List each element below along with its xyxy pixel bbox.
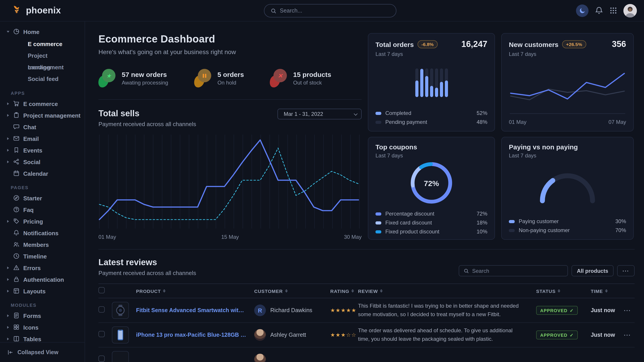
sidebar-subitem-project-management[interactable]: Project management	[0, 50, 84, 62]
brand[interactable]: phoenix	[12, 4, 61, 17]
total-orders-legend: Completed52%Pending payment48%	[376, 107, 487, 125]
sidebar-item-notifications[interactable]: Notifications	[0, 227, 84, 239]
new-customers-card: New customers +26.5% 356 Last 7 days 01 …	[501, 33, 634, 131]
sidebar-item-email[interactable]: Email	[0, 133, 84, 144]
sidebar-item-members[interactable]: Members	[0, 239, 84, 250]
column-header-product[interactable]: PRODUCT	[136, 288, 254, 294]
caret-right-icon	[7, 278, 9, 281]
section-divider	[98, 249, 634, 250]
column-header-time[interactable]: TIME	[591, 288, 624, 294]
sidebar-item-faq[interactable]: Faq	[0, 204, 84, 216]
paying-gauge-chart	[534, 165, 601, 205]
global-search[interactable]	[264, 4, 396, 17]
reviews-search-input[interactable]	[472, 268, 563, 274]
caret-right-icon	[7, 290, 9, 293]
sidebar-item-icons[interactable]: Icons	[0, 322, 84, 333]
global-search-input[interactable]	[280, 7, 390, 14]
x-axis-label: 01 May	[98, 234, 116, 240]
sidebar-item-starter[interactable]: Starter	[0, 192, 84, 204]
column-header-rating[interactable]: RATING	[330, 288, 358, 294]
column-header-review[interactable]: REVIEW	[358, 288, 536, 294]
x-axis-label: 30 May	[344, 234, 362, 240]
page-title: Ecommerce Dashboard	[98, 33, 362, 45]
dashboard-right-column: Total orders -6.8% 16,247 Last 7 days Co…	[368, 33, 634, 240]
table-row: Fitbit Sense Advanced Smartwatch with To…	[98, 298, 634, 323]
user-avatar[interactable]	[624, 4, 637, 17]
phoenix-logo-icon	[12, 4, 22, 17]
row-more-button[interactable]: ···	[624, 332, 634, 338]
notifications-button[interactable]	[595, 6, 603, 15]
review-time: Just now	[591, 332, 624, 338]
sidebar-heading-modules: MODULES	[11, 303, 84, 308]
card-period: Last 7 days	[376, 152, 487, 159]
apps-grid-button[interactable]	[610, 7, 617, 14]
sidebar-subitem-social-feed[interactable]: Social feed	[0, 73, 84, 85]
date-range-select[interactable]: Mar 1 - 31, 2022	[278, 109, 362, 119]
table-header-row: PRODUCTCUSTOMERRATINGREVIEWSTATUSTIME	[98, 284, 634, 298]
main-content: Ecommerce Dashboard Here's what's going …	[85, 21, 644, 362]
donut-center-label: 72%	[408, 160, 455, 208]
stat-15-products: ✕15 productsOut of stock	[270, 69, 331, 88]
bookmark-icon	[13, 147, 20, 154]
product-link[interactable]: iPhone 13 pro max-Pacific Blue-128GB sto…	[136, 332, 254, 338]
sidebar: HomeE commerceProject managementLandingS…	[0, 21, 85, 362]
order-bar	[435, 68, 438, 97]
card-period: Last 7 days	[509, 152, 626, 159]
card-title: New customers	[509, 40, 558, 48]
collapsed-view-label: Collapsed View	[18, 349, 58, 356]
sidebar-item-timeline[interactable]: Timeline	[0, 250, 84, 262]
chat-icon	[13, 123, 20, 131]
sidebar-item-pricing[interactable]: Pricing	[0, 216, 84, 227]
sidebar-item-layouts[interactable]: Layouts	[0, 285, 84, 297]
reviews-table: PRODUCTCUSTOMERRATINGREVIEWSTATUSTIMEFit…	[98, 284, 634, 362]
paying-legend: Paying customer30%Non-paying customer70%	[509, 216, 626, 233]
all-products-button[interactable]: All products	[572, 265, 614, 276]
trend-badge: +26.5%	[562, 40, 586, 48]
caret-right-icon	[7, 220, 9, 223]
legend-row: Paying customer30%	[509, 218, 626, 225]
reviews-search[interactable]	[459, 265, 568, 276]
status-badge: APPROVED ✓	[536, 306, 578, 315]
product-thumbnail	[112, 302, 129, 319]
clock-icon	[13, 253, 20, 260]
row-checkbox[interactable]	[98, 306, 105, 313]
customer-name: Richard Dawkins	[270, 307, 312, 314]
sidebar-item-calendar[interactable]: Calendar	[0, 168, 84, 179]
x-axis-label: 07 May	[608, 119, 626, 125]
row-checkbox[interactable]	[98, 356, 105, 362]
sidebar-item-project-management[interactable]: Project management	[0, 110, 84, 121]
caret-right-icon	[7, 338, 9, 340]
app: phoenix	[0, 0, 644, 362]
sidebar-item-errors[interactable]: Errors	[0, 262, 84, 274]
caret-right-icon	[7, 149, 9, 152]
row-more-button[interactable]: ···	[624, 307, 634, 314]
select-all-checkbox[interactable]	[98, 287, 105, 293]
sidebar-item-social[interactable]: Social	[0, 156, 84, 168]
order-bar	[440, 68, 443, 97]
product-thumbnail	[112, 327, 129, 344]
table-row	[98, 348, 634, 362]
sidebar-item-chat[interactable]: Chat	[0, 121, 84, 133]
sidebar-item-authentication[interactable]: Authentication	[0, 274, 84, 285]
row-checkbox[interactable]	[98, 331, 105, 337]
theme-toggle-button[interactable]	[576, 4, 588, 17]
dashboard-left-column: Ecommerce Dashboard Here's what's going …	[98, 33, 362, 240]
sidebar-item-events[interactable]: Events	[0, 144, 84, 156]
bell-icon	[595, 6, 603, 15]
sidebar-item-e-commerce[interactable]: E commerce	[0, 98, 84, 110]
product-link[interactable]: Fitbit Sense Advanced Smartwatch with To…	[136, 307, 254, 314]
reviews-more-button[interactable]: ···	[617, 265, 634, 276]
sidebar-nav: HomeE commerceProject managementLandingS…	[0, 21, 84, 357]
column-header-status[interactable]: STATUS	[536, 288, 591, 294]
search-icon	[270, 8, 276, 14]
latest-reviews-section: Latest reviews Payment received across a…	[98, 258, 634, 362]
sidebar-item-forms[interactable]: Forms	[0, 310, 84, 322]
top-coupons-donut-chart: 72%	[408, 160, 455, 208]
sidebar-item-home[interactable]: Home	[0, 26, 84, 37]
collapsed-view-button[interactable]: Collapsed View	[0, 342, 84, 362]
column-header-customer[interactable]: CUSTOMER	[254, 288, 330, 294]
order-bar	[444, 68, 448, 97]
share-icon	[13, 158, 20, 165]
sidebar-subitem-landing[interactable]: Landing	[0, 62, 84, 73]
sidebar-subitem-e-commerce[interactable]: E commerce	[0, 38, 84, 50]
